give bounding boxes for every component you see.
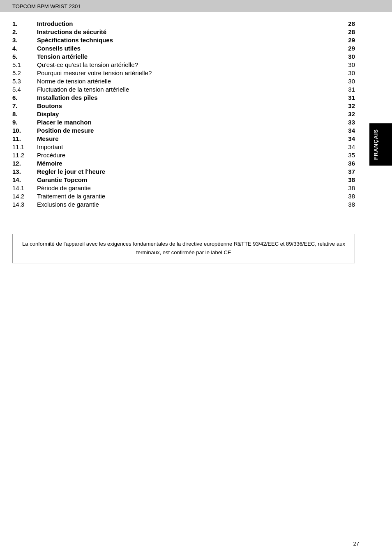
toc-row: 14.3Exclusions de garantie38 [12,201,355,208]
toc-num: 5.4 [12,86,37,93]
toc-row: 5.Tension artérielle30 [12,53,355,60]
toc-row: 5.1Qu'est-ce qu'est la tension artériell… [12,61,355,68]
toc-label: Conseils utiles [37,45,343,52]
toc-page: 35 [343,152,355,159]
toc-container: 1.Introduction282.Instructions de sécuri… [12,20,355,208]
toc-page: 28 [343,28,355,35]
toc-page: 30 [343,53,355,60]
toc-page: 34 [343,127,355,134]
toc-page: 33 [343,119,355,126]
toc-page: 38 [343,193,355,200]
toc-page: 28 [343,20,355,27]
toc-num: 5.2 [12,69,37,76]
toc-row: 11.1Important34 [12,143,355,150]
toc-page: 30 [343,61,355,68]
header-bar: TOPCOM BPM WRIST 2301 [0,0,392,12]
toc-num: 13. [12,168,37,175]
page-container: TOPCOM BPM WRIST 2301 1.Introduction282.… [0,0,392,555]
toc-page: 34 [343,143,355,150]
toc-label: Position de mesure [37,127,343,134]
toc-num: 11.1 [12,143,37,150]
toc-row: 1.Introduction28 [12,20,355,27]
toc-num: 14. [12,176,37,183]
toc-num: 11.2 [12,152,37,159]
toc-row: 8.Display32 [12,111,355,117]
toc-label: Procédure [37,152,343,159]
toc-page: 38 [343,184,355,191]
toc-num: 10. [12,127,37,134]
toc-row: 5.4Fluctuation de la tension artérielle3… [12,86,355,93]
toc-row: 14.1Période de garantie38 [12,184,355,191]
toc-page: 38 [343,176,355,183]
toc-label: Période de garantie [37,184,343,191]
toc-row: 2.Instructions de sécurité28 [12,28,355,35]
toc-page: 30 [343,78,355,85]
toc-page: 29 [343,37,355,44]
footer-text: La conformité de l'appareil avec les exi… [22,241,345,256]
toc-num: 11. [12,135,37,142]
toc-num: 7. [12,102,37,109]
toc-label: Norme de tension artérielle [37,78,343,85]
toc-label: Spécifications techniques [37,37,343,44]
toc-label: Tension artérielle [37,53,343,60]
toc-label: Display [37,111,343,117]
toc-page: 31 [343,86,355,93]
toc-row: 9.Placer le manchon33 [12,119,355,126]
toc-row: 4.Conseils utiles29 [12,45,355,52]
toc-row: 13.Regler le jour et l'heure37 [12,168,355,175]
toc-page: 37 [343,168,355,175]
toc-row: 11.Mesure34 [12,135,355,142]
toc-label: Mesure [37,135,343,142]
toc-row: 6.Installation des piles31 [12,94,355,101]
toc-row: 3.Spécifications techniques29 [12,37,355,44]
toc-num: 12. [12,160,37,167]
toc-page: 32 [343,102,355,109]
toc-num: 3. [12,37,37,44]
toc-page: 38 [343,201,355,208]
main-content: 1.Introduction282.Instructions de sécuri… [0,16,367,217]
toc-row: 14.2Traitement de la garantie38 [12,193,355,200]
toc-row: 11.2Procédure35 [12,152,355,159]
toc-num: 4. [12,45,37,52]
toc-label: Garantie Topcom [37,176,343,183]
toc-label: Traitement de la garantie [37,193,343,200]
toc-num: 14.1 [12,184,37,191]
toc-row: 5.3Norme de tension artérielle30 [12,78,355,85]
toc-label: Regler le jour et l'heure [37,168,343,175]
toc-label: Installation des piles [37,94,343,101]
toc-num: 1. [12,20,37,27]
toc-label: Boutons [37,102,343,109]
toc-page: 31 [343,94,355,101]
toc-label: Exclusions de garantie [37,201,343,208]
toc-page: 29 [343,45,355,52]
toc-label: Mémoire [37,160,343,167]
toc-num: 2. [12,28,37,35]
toc-label: Qu'est-ce qu'est la tension artérielle? [37,61,343,68]
header-title: TOPCOM BPM WRIST 2301 [12,3,81,9]
toc-page: 30 [343,69,355,76]
toc-row: 7.Boutons32 [12,102,355,109]
toc-num: 5.1 [12,61,37,68]
toc-num: 9. [12,119,37,126]
toc-page: 34 [343,135,355,142]
toc-page: 32 [343,111,355,117]
page-number: 27 [353,541,359,547]
toc-num: 5. [12,53,37,60]
toc-num: 5.3 [12,78,37,85]
toc-label: Introduction [37,20,343,27]
toc-label: Fluctuation de la tension artérielle [37,86,343,93]
sidebar-label: FRANÇAIS [369,123,392,166]
toc-label: Pourquoi mesurer votre tension artériell… [37,69,343,76]
toc-row: 14.Garantie Topcom38 [12,176,355,183]
toc-num: 14.2 [12,193,37,200]
toc-num: 6. [12,94,37,101]
toc-row: 12.Mémoire36 [12,160,355,167]
toc-page: 36 [343,160,355,167]
toc-label: Placer le manchon [37,119,343,126]
toc-num: 8. [12,111,37,117]
toc-num: 14.3 [12,201,37,208]
toc-label: Instructions de sécurité [37,28,343,35]
toc-row: 5.2Pourquoi mesurer votre tension artéri… [12,69,355,76]
footer-box: La conformité de l'appareil avec les exi… [12,234,355,263]
toc-label: Important [37,143,343,150]
